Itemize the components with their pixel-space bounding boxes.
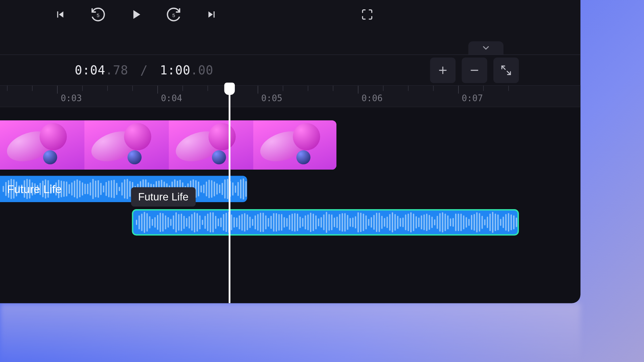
minus-icon — [469, 64, 480, 76]
fullscreen-icon — [361, 8, 373, 21]
timeline-tracks: Future Life Future Life — [0, 107, 581, 303]
ruler-label: 0:05 — [261, 93, 282, 103]
zoom-controls-group — [430, 57, 519, 83]
forward-5-button[interactable]: 5 — [164, 5, 183, 24]
zoom-out-button[interactable] — [462, 57, 487, 83]
time-ruler[interactable]: 0:03 0:04 0:05 0:06 0:07 — [0, 85, 581, 107]
timecode-display: 0:04.78 / 1:00.00 — [75, 63, 213, 77]
background-gradient — [0, 303, 581, 362]
timecode-separator: / — [140, 63, 148, 77]
ruler-label: 0:03 — [61, 93, 82, 103]
rewind-5-button[interactable]: 5 — [89, 5, 108, 24]
current-time-frac: .78 — [105, 63, 128, 77]
play-button[interactable] — [126, 5, 146, 24]
audio-clip-label: Future Life — [7, 182, 62, 196]
playhead[interactable] — [229, 85, 230, 303]
waveform-icon — [133, 210, 518, 234]
zoom-in-button[interactable] — [430, 57, 455, 83]
fit-icon — [500, 64, 512, 76]
ruler-label: 0:06 — [362, 93, 383, 103]
svg-line-6 — [507, 71, 511, 74]
svg-text:5: 5 — [97, 13, 99, 18]
current-time-main: 0:04 — [75, 63, 105, 77]
fit-to-screen-button[interactable] — [493, 57, 519, 83]
svg-text:5: 5 — [172, 13, 175, 18]
skip-next-button[interactable] — [202, 5, 221, 24]
audio-clip-2-selected[interactable] — [132, 209, 519, 236]
video-clip[interactable] — [0, 120, 336, 170]
audio-clip-1[interactable]: Future Life — [0, 176, 247, 202]
svg-line-5 — [502, 66, 505, 69]
skip-previous-icon — [54, 8, 66, 21]
play-icon — [128, 7, 144, 22]
total-time-frac: .00 — [191, 63, 213, 77]
playback-toolbar: 5 5 — [0, 0, 581, 29]
clip-tooltip: Future Life — [131, 187, 196, 206]
clip-thumbnail — [253, 120, 336, 170]
time-header: 0:04.78 / 1:00.00 — [0, 55, 581, 85]
plus-icon — [437, 64, 448, 76]
playhead-grip-icon — [224, 82, 235, 95]
skip-next-icon — [205, 8, 218, 21]
chevron-down-icon — [481, 43, 491, 53]
skip-previous-button[interactable] — [51, 5, 70, 24]
timeline-expand-tab[interactable] — [468, 41, 503, 54]
rewind-5-icon: 5 — [91, 7, 106, 22]
clip-thumbnail — [85, 120, 169, 170]
ruler-label: 0:04 — [161, 93, 182, 103]
play-controls-group: 5 5 — [51, 5, 221, 24]
total-time-main: 1:00 — [160, 63, 191, 77]
video-editor-window: 5 5 0:04.78 / 1 — [0, 0, 581, 303]
forward-5-icon: 5 — [166, 7, 181, 22]
fullscreen-button[interactable] — [358, 5, 377, 24]
clip-thumbnail — [0, 120, 85, 170]
clip-thumbnail — [169, 120, 253, 170]
ruler-label: 0:07 — [462, 93, 483, 103]
